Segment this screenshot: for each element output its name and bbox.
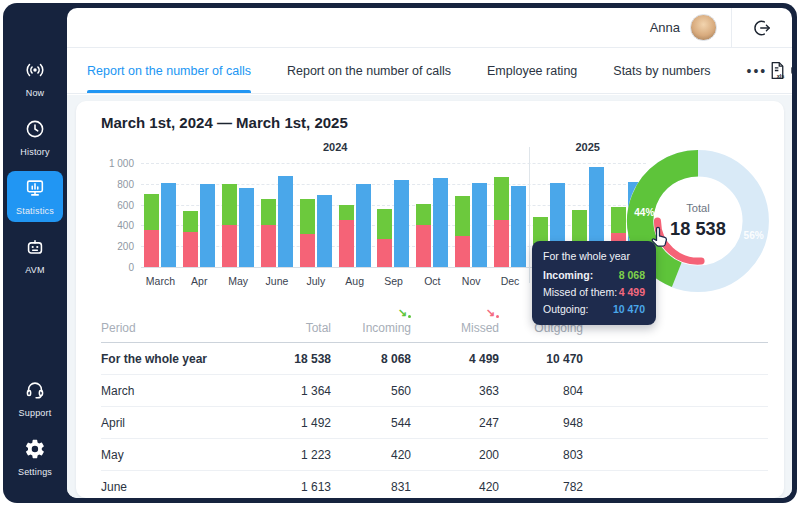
logout-button[interactable]: [732, 18, 792, 38]
outgoing-bar: [239, 188, 254, 267]
bar-group-sep-6[interactable]: [374, 163, 413, 267]
column-header-total: Total: [256, 321, 331, 335]
svg-text:xls: xls: [777, 73, 785, 79]
sort-arrow-icon: ↘: [331, 307, 411, 318]
x-axis-month-label: July: [296, 275, 335, 287]
tooltip-row-value: 8 068: [619, 269, 645, 281]
year-label: 2025: [575, 141, 599, 153]
incoming-segment: [416, 204, 431, 225]
column-header-label: Total: [306, 321, 331, 335]
report-card: March 1st, 2024 — March 1st, 2025 1 0008…: [76, 101, 784, 498]
tooltip-row-label: Missed of them:: [543, 286, 617, 298]
value-cell: 803: [499, 448, 583, 462]
value-cell: 247: [411, 416, 499, 430]
sidebar-item-statistics[interactable]: Statistics: [7, 171, 63, 222]
tab-1[interactable]: Report on the number of calls: [87, 48, 251, 93]
gear-icon: [24, 438, 46, 464]
value-cell: 1 492: [256, 416, 331, 430]
outgoing-bar: [161, 183, 176, 267]
y-axis-tick: 200: [117, 241, 134, 252]
print-button[interactable]: [788, 48, 792, 93]
incoming-segment: [572, 210, 587, 241]
logout-icon: [752, 18, 772, 38]
sidebar-item-history[interactable]: History: [7, 112, 63, 163]
sidebar-item-label: Support: [19, 408, 52, 418]
date-range-title: March 1st, 2024 — March 1st, 2025: [101, 114, 348, 131]
stacked-incoming-bar: [183, 211, 198, 267]
incoming-segment: [339, 205, 354, 221]
table-row: For the whole year18 5388 0684 49910 470: [101, 343, 768, 375]
value-cell: 8 068: [331, 352, 411, 366]
user-name: Anna: [650, 20, 680, 35]
missed-segment: [144, 230, 159, 267]
print-icon: [788, 60, 792, 81]
x-axis-month-label: Dec: [491, 275, 530, 287]
column-header-incoming[interactable]: ↘Incoming: [331, 307, 411, 335]
bar-group-aug-5[interactable]: [335, 163, 374, 267]
monitor-chart-icon: [24, 177, 46, 203]
incoming-segment: [144, 194, 159, 229]
column-header-period: Period: [101, 321, 256, 335]
tab-3[interactable]: Employee rating: [487, 48, 577, 93]
clock-icon: [24, 118, 46, 144]
tooltip-row-value: 4 499: [619, 286, 645, 298]
value-cell: 200: [411, 448, 499, 462]
sort-arrow-icon: ↘: [411, 307, 499, 318]
outgoing-bar: [394, 180, 409, 267]
main-panel: Anna Report on the number of callsReport…: [67, 8, 792, 498]
sidebar-item-label: History: [20, 147, 49, 157]
x-axis-month-label: May: [219, 275, 258, 287]
headset-icon: [24, 379, 46, 405]
value-cell: 560: [331, 384, 411, 398]
x-axis-month-label: March: [141, 275, 180, 287]
missed-segment: [261, 225, 276, 267]
tooltip-title: For the whole year: [543, 250, 645, 262]
chart-tooltip: For the whole year Incoming:8 068Missed …: [532, 241, 656, 325]
column-header-label: Incoming: [362, 321, 411, 335]
bar-group-june-3[interactable]: [258, 163, 297, 267]
x-axis-month-label: Sep: [374, 275, 413, 287]
avatar[interactable]: [690, 14, 717, 41]
stacked-incoming-bar: [222, 184, 237, 267]
export-xls-button[interactable]: xls: [767, 48, 788, 93]
bar-group-may-2[interactable]: [219, 163, 258, 267]
sidebar-item-label: Statistics: [16, 206, 54, 216]
value-cell: 948: [499, 416, 583, 430]
sidebar-item-settings[interactable]: Settings: [7, 432, 63, 483]
sidebar-item-avm[interactable]: AVM: [7, 230, 63, 281]
bar-group-dec-9[interactable]: [491, 163, 530, 267]
table-row: June1 613831420782: [101, 471, 768, 498]
incoming-segment: [183, 211, 198, 232]
y-axis-tick: 400: [117, 220, 134, 231]
bar-group-apr-1[interactable]: [180, 163, 219, 267]
incoming-segment: [494, 177, 509, 220]
stacked-incoming-bar: [494, 177, 509, 267]
outgoing-bar: [433, 178, 448, 267]
bar-group-july-4[interactable]: [296, 163, 335, 267]
value-cell: 18 538: [256, 352, 331, 366]
donut-total-value: 18 538: [670, 218, 726, 239]
donut-percent-green: 44%: [634, 207, 654, 218]
stats-table: PeriodTotal↘Incoming↘MissedOutgoing For …: [101, 307, 768, 498]
stacked-incoming-bar: [455, 196, 470, 267]
bar-group-oct-7[interactable]: [413, 163, 452, 267]
tabs-more-button[interactable]: •••: [747, 48, 768, 93]
column-header-missed[interactable]: ↘Missed: [411, 307, 499, 335]
missed-segment: [339, 220, 354, 267]
stacked-incoming-bar: [416, 204, 431, 267]
incoming-segment: [377, 209, 392, 239]
tab-4[interactable]: Stats by numbers: [613, 48, 710, 93]
tooltip-row-label: Outgoing:: [543, 303, 589, 315]
y-axis-tick: 0: [128, 262, 134, 273]
sidebar-item-support[interactable]: Support: [7, 373, 63, 424]
tooltip-row-label: Incoming:: [543, 269, 593, 281]
tab-2[interactable]: Report on the number of calls: [287, 48, 451, 93]
bar-group-march-0[interactable]: [141, 163, 180, 267]
y-axis-tick: 800: [117, 178, 134, 189]
sidebar-item-label: AVM: [25, 265, 44, 275]
bar-group-nov-8[interactable]: [452, 163, 491, 267]
value-cell: 4 499: [411, 352, 499, 366]
topbar: Anna: [67, 8, 792, 48]
sidebar-item-now[interactable]: Now: [7, 53, 63, 104]
stacked-incoming-bar: [261, 199, 276, 267]
